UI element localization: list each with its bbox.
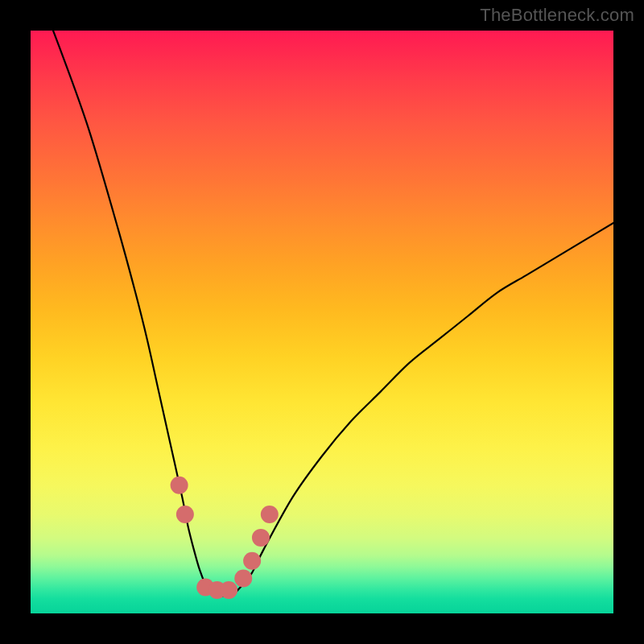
curve-marker bbox=[243, 552, 261, 570]
curve-marker bbox=[261, 506, 279, 523]
bottleneck-curve bbox=[31, 31, 613, 597]
curve-marker bbox=[234, 570, 252, 588]
curve-marker bbox=[171, 477, 188, 494]
curve-layer bbox=[31, 31, 613, 613]
watermark-text: TheBottleneck.com bbox=[480, 5, 634, 26]
plot-area bbox=[31, 31, 613, 613]
chart-frame: TheBottleneck.com bbox=[0, 0, 644, 644]
curve-marker bbox=[176, 506, 194, 523]
curve-marker bbox=[252, 529, 270, 547]
curve-marker bbox=[220, 581, 237, 599]
